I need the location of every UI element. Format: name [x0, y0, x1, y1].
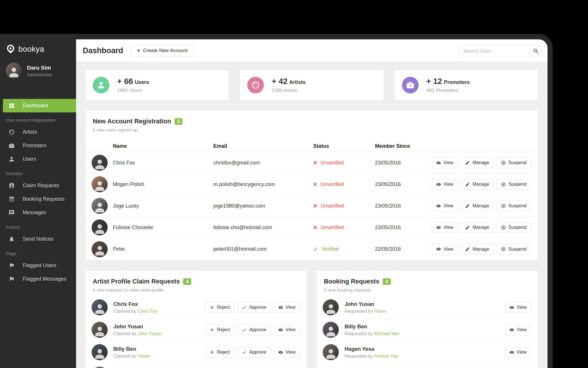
row-actions: View	[505, 302, 531, 313]
row-actions: View	[505, 325, 531, 335]
panel-subtitle: 5 new users signed up.	[86, 125, 538, 133]
sidebar-item-send-notices[interactable]: Send Notices	[0, 232, 76, 246]
search-input[interactable]	[459, 45, 531, 57]
view-button[interactable]: View	[274, 302, 300, 313]
approve-button[interactable]: Approve	[237, 325, 271, 335]
manage-button[interactable]: Manage	[461, 158, 494, 168]
suspend-button[interactable]: Suspend	[497, 201, 531, 211]
booking-request-list: John Yusan Requested by Yosen View Billy…	[317, 296, 538, 364]
approve-button[interactable]: Approve	[237, 347, 271, 358]
view-button[interactable]: View	[432, 222, 458, 233]
column-member-since: Member Since	[375, 143, 531, 149]
list-item: John Yusan Claimed by John Yusan Reject …	[86, 319, 307, 341]
count-badge: 5	[175, 118, 182, 125]
manage-button[interactable]: Manage	[461, 222, 494, 233]
eye-icon	[436, 247, 441, 252]
person-icon	[97, 81, 105, 89]
suspend-button[interactable]: Suspend	[497, 222, 531, 233]
calendar-icon	[9, 196, 15, 202]
dashboard-icon	[9, 103, 15, 109]
view-button[interactable]: View	[432, 201, 458, 211]
sidebar-item-flagged-messages[interactable]: Flagged Messages	[0, 272, 76, 286]
suspend-button[interactable]: Suspend	[497, 244, 531, 254]
sidebar-item-promoters[interactable]: Promoters	[0, 139, 76, 152]
reject-button[interactable]: Reject	[205, 302, 234, 313]
eye-icon	[436, 225, 441, 230]
panel-subtitle: 4 new requests to claim artist profile.	[86, 285, 307, 293]
row-actions: Reject Approve View	[205, 325, 300, 335]
sidebar-item-artists[interactable]: Artists	[0, 125, 76, 139]
section-label-activities: Activities	[0, 166, 76, 179]
bell-icon	[9, 236, 15, 242]
new-account-registration-panel: New Account Registration 5 5 new users s…	[85, 110, 538, 260]
view-button[interactable]: View	[505, 302, 531, 313]
claimer-link[interactable]: Yosen	[138, 354, 150, 359]
status-badge: Unverified	[313, 160, 375, 166]
panel-title: Booking Requests 3	[317, 278, 538, 285]
cross-icon	[313, 160, 317, 166]
approve-button[interactable]: Approve	[237, 302, 271, 313]
column-status: Status	[313, 143, 375, 149]
stat-card-artists: + 42Artists 1280 Artists	[240, 70, 384, 100]
view-button[interactable]: View	[432, 179, 458, 190]
row-actions: View	[505, 347, 531, 358]
count-badge: 4	[183, 278, 191, 285]
suspend-button[interactable]: Suspend	[497, 158, 531, 168]
sidebar-item-dashboard[interactable]: Dashboard	[3, 99, 76, 112]
content-header: Dashboard + Create New Account	[76, 39, 548, 62]
list-item: Billy Ben Claimed by Yosen Reject Approv…	[86, 341, 307, 363]
claim-request-list: Chris Fox Claimed by Chris Fox Reject Ap…	[86, 296, 307, 368]
avatar	[92, 241, 108, 257]
stats-row: + 66Users 1882 Users + 42Artists 1280 Ar…	[85, 70, 538, 100]
user-name: Mogen Polish	[113, 181, 213, 187]
count-badge: 3	[383, 278, 390, 285]
view-button[interactable]: View	[505, 325, 531, 335]
requester-link[interactable]: Ferlicia Yup	[374, 354, 398, 359]
manage-button[interactable]: Manage	[461, 201, 494, 211]
requester-link[interactable]: Michael Ven	[374, 331, 399, 336]
manage-button[interactable]: Manage	[461, 179, 494, 190]
view-button[interactable]: View	[432, 244, 458, 254]
create-new-account-button[interactable]: + Create New Account	[131, 45, 194, 57]
avatar	[92, 367, 108, 368]
member-since: 23/05/2016	[375, 160, 432, 166]
stat-total: 402 Promoters	[426, 88, 470, 93]
sidebar-item-messages[interactable]: Messages	[0, 206, 76, 219]
search-button[interactable]	[531, 45, 541, 57]
avatar	[6, 63, 22, 79]
person-name: Billy Ben	[113, 346, 200, 352]
eye-icon	[278, 305, 283, 310]
table-row: Folisise Chosielie folisise.cho@hotmail.…	[86, 217, 538, 238]
user-email: folisise.cho@hotmail.com	[213, 225, 313, 231]
claimer-link[interactable]: John Yusan	[138, 331, 161, 336]
requester-link[interactable]: Yosen	[374, 309, 387, 314]
avatar	[323, 322, 339, 338]
circled-x-icon	[501, 204, 506, 208]
view-button[interactable]: View	[274, 347, 300, 358]
user-name: Peter	[113, 246, 213, 252]
cross-icon	[313, 203, 317, 209]
circled-x-icon	[501, 160, 506, 165]
main-content: Dashboard + Create New Account	[76, 39, 548, 368]
claimer-link[interactable]: Chris Fox	[138, 309, 157, 314]
sidebar-item-users[interactable]: Users	[0, 152, 76, 166]
sidebar-item-booking-requests[interactable]: Booking Requests	[0, 192, 76, 206]
view-button[interactable]: View	[505, 347, 531, 358]
section-label-actions: Actions	[0, 219, 76, 232]
search-icon	[533, 48, 539, 54]
briefcase-icon	[406, 81, 415, 89]
reject-button[interactable]: Reject	[205, 347, 234, 358]
sidebar-item-flagged-users[interactable]: Flagged Users	[0, 259, 76, 272]
view-button[interactable]: View	[432, 158, 458, 168]
check-icon	[242, 305, 247, 310]
member-since: 23/05/2016	[375, 203, 432, 209]
sidebar-item-claim-requests[interactable]: Claim Requests	[0, 179, 76, 192]
avatar	[92, 344, 108, 360]
section-label-flags: Flags	[0, 246, 76, 259]
reject-button[interactable]: Reject	[205, 325, 234, 335]
member-since: 22/05/2016	[375, 246, 432, 252]
suspend-button[interactable]: Suspend	[497, 179, 531, 190]
view-button[interactable]: View	[274, 325, 300, 335]
table-row: Joge Lucky joge1980@yahoo.com Unverified…	[86, 195, 538, 217]
manage-button[interactable]: Manage	[461, 244, 494, 254]
